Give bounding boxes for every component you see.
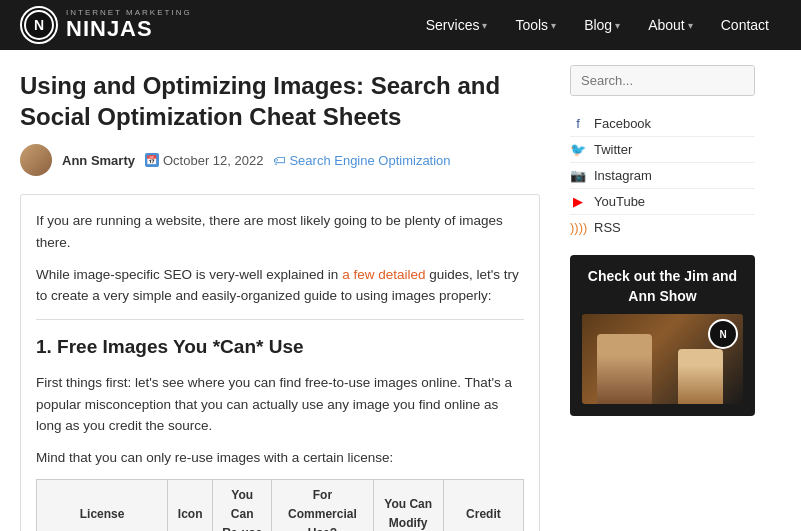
facebook-link[interactable]: f Facebook	[570, 111, 755, 137]
promo-image: N	[582, 314, 743, 404]
page-container: Using and Optimizing Images: Search and …	[0, 50, 801, 531]
calendar-icon: 📅	[145, 153, 159, 167]
youtube-link[interactable]: ▶ YouTube	[570, 189, 755, 215]
article-title: Using and Optimizing Images: Search and …	[20, 70, 540, 132]
col-license: License	[37, 479, 168, 531]
facebook-icon: f	[570, 116, 586, 131]
col-modify: You Can Modify	[373, 479, 443, 531]
article-tag: 🏷 Search Engine Optimization	[273, 153, 450, 168]
section1-p1: First things first: let's see where you …	[36, 372, 524, 437]
chevron-down-icon: ▾	[551, 20, 556, 31]
social-links: f Facebook 🐦 Twitter 📷 Instagram ▶ YouTu…	[570, 111, 755, 240]
intro-p1: If you are running a website, there are …	[36, 210, 524, 253]
svg-text:N: N	[34, 17, 44, 33]
chevron-down-icon: ▾	[688, 20, 693, 31]
article-meta: Ann Smarty 📅 October 12, 2022 🏷 Search E…	[20, 144, 540, 176]
avatar	[20, 144, 52, 176]
tag-link[interactable]: Search Engine Optimization	[289, 153, 450, 168]
instagram-link[interactable]: 📷 Instagram	[570, 163, 755, 189]
license-table: License Icon You Can Re-use For Commerci…	[36, 479, 524, 531]
nav-services[interactable]: Services ▾	[414, 9, 500, 41]
author-name: Ann Smarty	[62, 153, 135, 168]
person2-image	[678, 349, 723, 404]
nav-tools[interactable]: Tools ▾	[503, 9, 568, 41]
instagram-icon: 📷	[570, 168, 586, 183]
rss-link[interactable]: )))) RSS	[570, 215, 755, 240]
youtube-icon: ▶	[570, 194, 586, 209]
article-date: 📅 October 12, 2022	[145, 153, 263, 168]
chevron-down-icon: ▾	[482, 20, 487, 31]
tag-icon: 🏷	[273, 153, 286, 168]
col-reuse: You Can Re-use	[213, 479, 272, 531]
twitter-link[interactable]: 🐦 Twitter	[570, 137, 755, 163]
col-icon: Icon	[168, 479, 213, 531]
person1-image	[597, 334, 652, 404]
main-nav: Services ▾ Tools ▾ Blog ▾ About ▾ Contac…	[414, 9, 781, 41]
chevron-down-icon: ▾	[615, 20, 620, 31]
nav-contact[interactable]: Contact	[709, 9, 781, 41]
promo-box[interactable]: Check out the Jim and Ann Show N	[570, 255, 755, 416]
section1-heading: 1. Free Images You *Can* Use	[36, 332, 524, 362]
col-credit: Credit	[443, 479, 523, 531]
site-header: N INTERNET MARKETING NINJAS Services ▾ T…	[0, 0, 801, 50]
promo-title: Check out the Jim and Ann Show	[582, 267, 743, 306]
sidebar: 🔍 f Facebook 🐦 Twitter 📷 Instagram ▶ You…	[560, 50, 770, 531]
divider	[36, 319, 524, 320]
inline-link[interactable]: a few detailed	[342, 267, 425, 282]
nav-about[interactable]: About ▾	[636, 9, 705, 41]
logo-icon: N	[20, 6, 58, 44]
main-content: Using and Optimizing Images: Search and …	[0, 50, 560, 531]
col-commercial: For Commercial Use?	[272, 479, 373, 531]
search-input[interactable]	[571, 66, 755, 95]
rss-icon: ))))	[570, 220, 586, 235]
ninja-logo-promo: N	[708, 319, 738, 349]
section1-p2: Mind that you can only re-use images wit…	[36, 447, 524, 469]
twitter-icon: 🐦	[570, 142, 586, 157]
logo[interactable]: N INTERNET MARKETING NINJAS	[20, 6, 192, 44]
nav-blog[interactable]: Blog ▾	[572, 9, 632, 41]
intro-p2: While image-specific SEO is very-well ex…	[36, 264, 524, 307]
article-body: If you are running a website, there are …	[20, 194, 540, 531]
logo-text: INTERNET MARKETING NINJAS	[66, 9, 192, 42]
search-bar: 🔍	[570, 65, 755, 96]
